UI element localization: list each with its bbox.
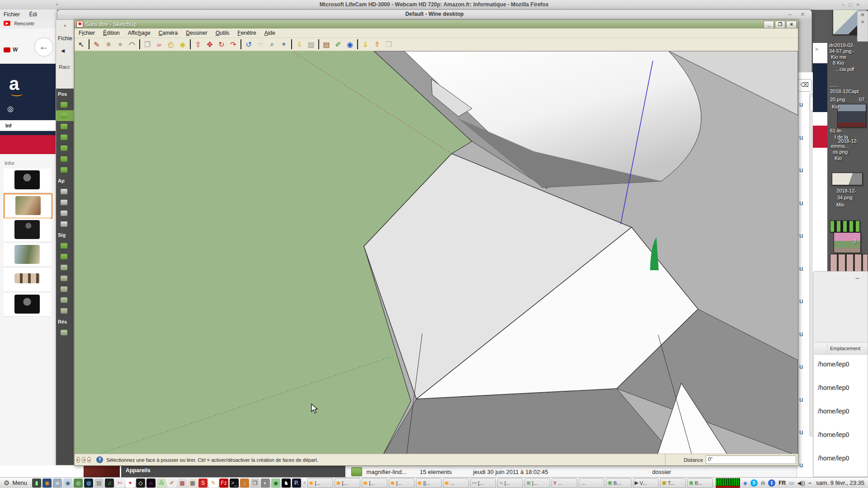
path-cell[interactable]: /home/lep0 <box>818 431 849 438</box>
toggle-terrain-tool-icon[interactable]: ▨ <box>305 39 317 50</box>
color-picker-launcher-icon[interactable]: ✦ <box>126 479 135 488</box>
firefox-window-taskbar-button[interactable]: ◉[... <box>389 478 415 488</box>
terminal-dark-launcher-icon[interactable]: >_ <box>230 479 239 488</box>
sphere-launcher-icon[interactable]: ◐ <box>261 479 270 488</box>
rotate-tool-icon[interactable]: ↻ <box>216 39 227 50</box>
zoom-tool-icon[interactable]: ⌕ <box>266 39 278 50</box>
firefox-window-taskbar-button[interactable]: ◉[|... <box>416 478 442 488</box>
skype-tray-icon[interactable]: S <box>750 479 758 487</box>
download-window-taskbar-button[interactable]: ▣[... <box>524 478 550 488</box>
desktop-file-thumbnail[interactable] <box>830 254 868 272</box>
video-window-taskbar-button[interactable]: ▶V... <box>633 478 659 488</box>
expander-icon[interactable]: ▸ <box>338 469 341 475</box>
bookmark-item[interactable]: Rencontr <box>14 21 34 26</box>
list-header-row[interactable]: Emplacement <box>814 343 868 355</box>
eraser-tool-icon[interactable]: ▰ <box>153 39 165 50</box>
desktop-file-label[interactable]: 2- <box>854 239 858 244</box>
signal-tray-icon[interactable]: ılı <box>761 480 765 486</box>
desktop-file-thumbnail[interactable] <box>830 221 860 232</box>
plug-launcher-icon[interactable]: ▦ <box>178 479 187 488</box>
desktop-file-label[interactable]: 2018-12- <box>836 188 856 193</box>
audio-skull-launcher-icon[interactable]: ☠ <box>53 479 62 488</box>
wine-titlebar[interactable]: Default - Wine desktop – ✕ <box>57 10 811 19</box>
sidebar-item[interactable] <box>56 273 74 284</box>
product-thumb-webcam-small[interactable] <box>4 293 51 317</box>
line-tool-icon[interactable]: ✎ <box>91 39 103 50</box>
tab-scroll-icon[interactable]: ▾ <box>56 0 58 9</box>
firefox-window-taskbar-button[interactable]: ◉[... <box>307 478 333 488</box>
restore-button[interactable]: ❐ <box>775 21 785 28</box>
pan-tool-icon[interactable]: ☜ <box>255 39 266 50</box>
amazon-tab[interactable]: Inf <box>0 120 57 131</box>
sidebar-item[interactable] <box>56 121 74 132</box>
path-cell[interactable]: /home/lep0 <box>818 361 849 368</box>
product-thumb-clamp-webcam[interactable] <box>4 218 51 242</box>
move-tool-icon[interactable]: ✥ <box>204 39 216 50</box>
tape-measure-tool-icon[interactable]: ◴ <box>165 39 177 50</box>
preview-google-earth-tool-icon[interactable]: ◉ <box>344 39 356 50</box>
sketchup-menu-aide[interactable]: Aide <box>260 30 279 36</box>
sketchup-menu-affichage[interactable]: Affichage <box>124 30 155 36</box>
path-cell[interactable]: /home/lep0 <box>818 384 849 391</box>
sidebar-item[interactable] <box>56 110 74 121</box>
statusbar-circle-icon[interactable]: ◑ <box>82 457 85 463</box>
firefox-window-controls[interactable]: –▢✕ <box>842 0 863 9</box>
statusbar-circle-icon[interactable]: ◒ <box>87 457 91 463</box>
firefox-titlebar[interactable]: ▾ Microsoft LifeCam HD-3000 - Webcam HD … <box>0 0 868 10</box>
share-model-tool-icon[interactable]: ⇑ <box>371 39 383 50</box>
zoom-extents-tool-icon[interactable]: ⌖ <box>278 39 290 50</box>
notes-launcher-icon[interactable]: ✎ <box>209 479 218 488</box>
chevron-down-icon[interactable]: ▾ <box>56 20 74 28</box>
product-thumb-lifecam-selected[interactable] <box>4 193 52 219</box>
sketchup-menu-dition[interactable]: Édition <box>99 30 124 36</box>
menu-button[interactable]: Menu <box>12 479 27 486</box>
desktop-file-label[interactable]: dn2019-02- <box>829 42 854 48</box>
document-launcher-icon[interactable]: ▤ <box>94 479 104 488</box>
photo-textures-tool-icon[interactable]: ▤ <box>321 39 332 50</box>
path-cell[interactable]: /home/lep0 <box>818 455 849 462</box>
sidebar-item[interactable] <box>56 132 74 143</box>
desktop-file-label[interactable]: Kio <box>832 104 839 109</box>
wine-minimize-button[interactable]: – <box>788 10 792 19</box>
desktop-file-label[interactable]: 34.png <box>837 195 853 200</box>
calculator-launcher-icon[interactable]: ▦ <box>188 479 197 488</box>
desktop-file-label[interactable]: 8 Kio <box>833 60 844 66</box>
rectangle-tool-icon[interactable]: ■ <box>103 39 114 50</box>
cells-launcher-icon[interactable]: ⁂ <box>157 479 166 488</box>
terminal-window-taskbar-button[interactable]: ▣B... <box>606 478 632 488</box>
blue-orb-launcher-icon[interactable]: ◍ <box>84 479 93 488</box>
shield-tray-icon[interactable]: ◈ <box>743 480 747 486</box>
desktop-file-label[interactable]: emma... <box>831 143 849 149</box>
sandbox-tool-icon[interactable]: ✐ <box>332 39 344 50</box>
path-cell[interactable]: /home/lep0 <box>818 408 849 415</box>
sidebar-item[interactable] <box>56 208 74 219</box>
push-pull-tool-icon[interactable]: ⇧ <box>192 39 204 50</box>
firefox-menu-edition[interactable]: Édi <box>25 9 40 19</box>
firefox-menu-fichier[interactable]: Fichier <box>0 9 24 19</box>
sketchup-menu-fichier[interactable]: Fichier <box>75 30 99 36</box>
distance-input[interactable]: 0" <box>706 455 796 464</box>
sketchup-viewport[interactable] <box>75 51 798 456</box>
wine-app-window-taskbar-button[interactable]: Y... <box>552 478 577 488</box>
clear-input-button[interactable]: ⌫ <box>797 79 812 92</box>
desktop-file-label[interactable]: ...cia.pdf <box>835 66 854 72</box>
keyboard-layout[interactable]: FR <box>778 480 786 486</box>
minimize-button[interactable]: _ <box>764 21 774 28</box>
statusbar-circle-icon[interactable]: ◐ <box>76 457 80 463</box>
misc-window-taskbar-button[interactable]: ... <box>579 478 604 488</box>
sidebar-item[interactable] <box>56 327 74 338</box>
product-thumb-faces-strip[interactable] <box>4 268 51 292</box>
swirl-launcher-icon[interactable]: ◉ <box>271 479 280 488</box>
desktop-file-thumbnail[interactable] <box>832 173 863 185</box>
sidebar-item[interactable] <box>56 186 74 197</box>
eye-launcher-icon[interactable]: ◉ <box>63 479 72 488</box>
folder-window-taskbar-button[interactable]: ▣T... <box>660 478 686 488</box>
wordpress-bookmark[interactable]: W <box>13 47 18 53</box>
sidebar-item[interactable] <box>56 305 74 316</box>
sketchup-titlebar[interactable]: ✱ Sans titre - SketchUp _ ❐ ✕ <box>75 20 798 28</box>
firefox-window-taskbar-button[interactable]: ◉[... <box>335 478 360 488</box>
desktop-file-label[interactable]: Kio <box>835 155 842 161</box>
archive-launcher-icon[interactable]: ❒ <box>250 479 259 488</box>
paint-bucket-tool-icon[interactable]: ◆ <box>177 39 189 50</box>
sidebar-item[interactable] <box>56 262 74 273</box>
